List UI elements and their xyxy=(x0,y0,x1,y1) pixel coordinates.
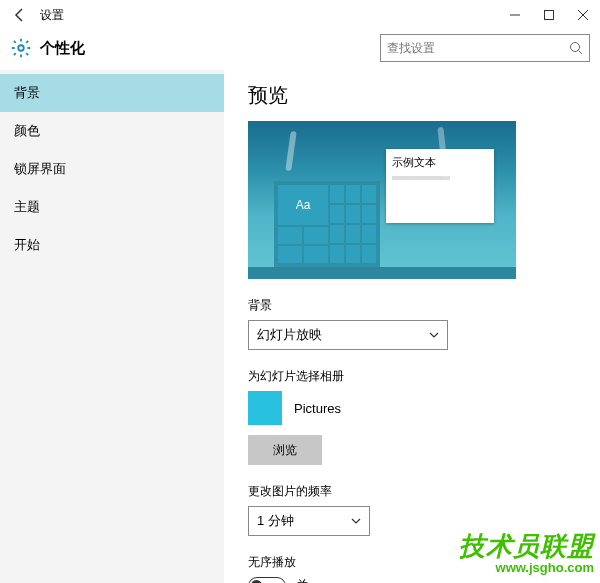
search-input[interactable] xyxy=(387,41,569,55)
arrow-left-icon xyxy=(13,8,27,22)
back-button[interactable] xyxy=(8,3,32,27)
album-thumbnail[interactable] xyxy=(248,391,282,425)
preview-taskbar xyxy=(248,267,516,279)
window-controls xyxy=(498,0,600,30)
frequency-label: 更改图片的频率 xyxy=(248,483,580,500)
shuffle-toggle[interactable] xyxy=(248,577,286,583)
sidebar-item-themes[interactable]: 主题 xyxy=(0,188,224,226)
preview-window: 示例文本 xyxy=(386,149,494,223)
chevron-down-icon xyxy=(351,516,361,526)
shuffle-row: 关 xyxy=(248,577,580,583)
sidebar: 背景 颜色 锁屏界面 主题 开始 xyxy=(0,70,224,583)
browse-button[interactable]: 浏览 xyxy=(248,435,322,465)
window-title: 设置 xyxy=(40,7,64,24)
frequency-value: 1 分钟 xyxy=(257,512,351,530)
header: 个性化 xyxy=(0,30,600,70)
preview-tile-grid xyxy=(330,185,376,263)
svg-line-6 xyxy=(579,51,583,55)
preview-sample-text: 示例文本 xyxy=(392,156,436,168)
close-icon xyxy=(578,10,588,20)
chevron-down-icon xyxy=(429,330,439,340)
maximize-icon xyxy=(544,10,554,20)
background-dropdown[interactable]: 幻灯片放映 xyxy=(248,320,448,350)
preview-start-menu: Aa xyxy=(274,181,380,267)
background-value: 幻灯片放映 xyxy=(257,326,429,344)
sidebar-item-colors[interactable]: 颜色 xyxy=(0,112,224,150)
frequency-dropdown[interactable]: 1 分钟 xyxy=(248,506,370,536)
sidebar-item-background[interactable]: 背景 xyxy=(0,74,224,112)
album-name: Pictures xyxy=(294,401,341,416)
preview-heading: 预览 xyxy=(248,82,580,109)
background-label: 背景 xyxy=(248,297,580,314)
preview-pane: Aa 示例文本 xyxy=(248,121,516,279)
svg-point-4 xyxy=(18,45,24,51)
search-icon xyxy=(569,41,583,55)
close-button[interactable] xyxy=(566,0,600,30)
svg-point-5 xyxy=(571,43,580,52)
search-box[interactable] xyxy=(380,34,590,62)
shuffle-value: 关 xyxy=(296,577,309,583)
preview-tile-aa: Aa xyxy=(278,185,328,225)
gear-icon xyxy=(10,37,32,59)
sidebar-item-start[interactable]: 开始 xyxy=(0,226,224,264)
maximize-button[interactable] xyxy=(532,0,566,30)
svg-rect-1 xyxy=(545,11,554,20)
content: 预览 Aa 示例文本 背景 幻灯片放映 为幻灯片选择相册 Pictures 浏览… xyxy=(224,70,600,583)
toggle-knob xyxy=(251,580,262,584)
titlebar: 设置 xyxy=(0,0,600,30)
minimize-button[interactable] xyxy=(498,0,532,30)
preview-tile-row xyxy=(278,227,328,263)
album-label: 为幻灯片选择相册 xyxy=(248,368,580,385)
minimize-icon xyxy=(510,10,520,20)
page-title: 个性化 xyxy=(40,39,85,58)
shuffle-label: 无序播放 xyxy=(248,554,580,571)
body: 背景 颜色 锁屏界面 主题 开始 预览 Aa 示例文本 背景 幻灯片放映 为幻灯… xyxy=(0,70,600,583)
sidebar-item-lockscreen[interactable]: 锁屏界面 xyxy=(0,150,224,188)
album-row: Pictures xyxy=(248,391,580,425)
